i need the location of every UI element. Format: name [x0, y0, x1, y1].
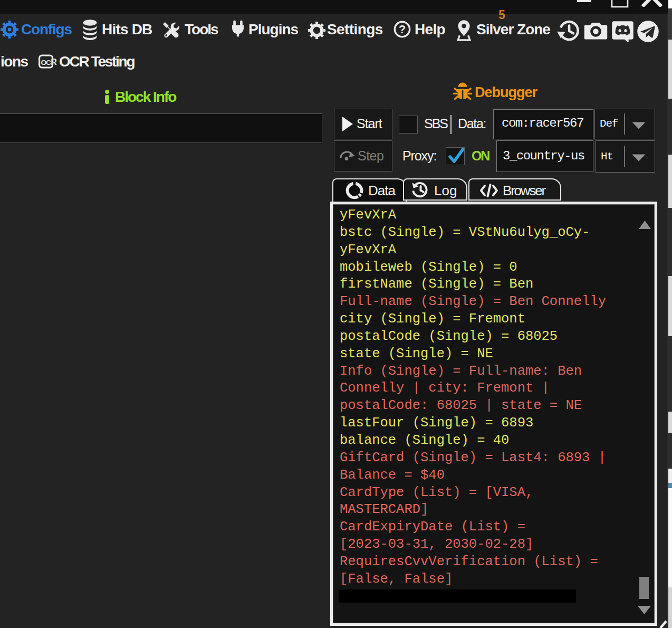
- svg-text:R: R: [51, 58, 57, 66]
- svg-text:OC: OC: [41, 59, 52, 66]
- svg-text:?: ?: [399, 23, 406, 36]
